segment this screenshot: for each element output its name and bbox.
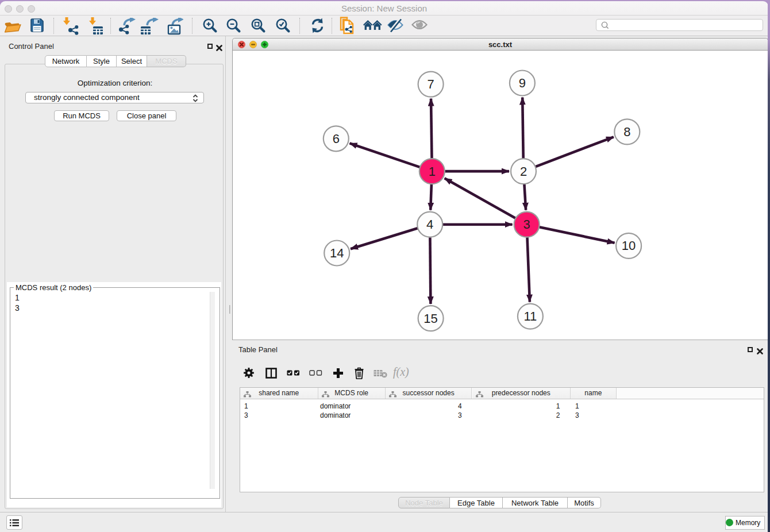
svg-text:8: 8 [623,125,630,139]
svg-text:15: 15 [424,311,437,326]
svg-text:1: 1 [429,164,436,179]
svg-text:14: 14 [330,246,344,260]
svg-text:2: 2 [520,164,527,179]
svg-text:7: 7 [427,77,434,91]
svg-text:9: 9 [519,76,526,90]
svg-text:11: 11 [523,309,537,323]
svg-text:3: 3 [523,217,530,232]
svg-text:6: 6 [333,132,340,146]
svg-text:4: 4 [426,217,433,232]
svg-text:10: 10 [622,238,636,253]
